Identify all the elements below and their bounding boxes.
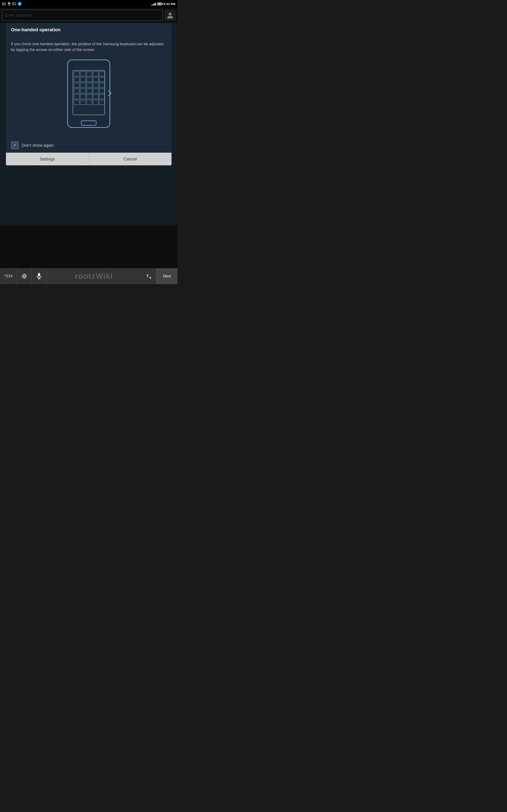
svg-rect-33 bbox=[80, 83, 86, 88]
svg-rect-12 bbox=[9, 3, 10, 4]
svg-rect-50 bbox=[93, 100, 99, 105]
cancel-button[interactable]: Cancel bbox=[89, 153, 172, 165]
svg-rect-43 bbox=[80, 94, 86, 99]
svg-rect-44 bbox=[87, 94, 92, 99]
status-time: 8:43 PM bbox=[163, 2, 175, 6]
svg-rect-48 bbox=[80, 100, 86, 105]
svg-point-9 bbox=[9, 2, 9, 3]
next-button[interactable]: Next bbox=[156, 268, 177, 284]
battery-icon bbox=[157, 3, 162, 5]
svg-rect-51 bbox=[99, 100, 105, 105]
dialog-title-bar: One-handed operation bbox=[6, 23, 172, 36]
dont-show-again-checkbox[interactable]: ✓ bbox=[11, 142, 18, 149]
svg-rect-30 bbox=[93, 77, 99, 82]
status-icons-right: 8:43 PM bbox=[152, 2, 175, 6]
usb-icon bbox=[8, 2, 11, 6]
text-format-button[interactable]: T bbox=[142, 268, 156, 284]
settings-button[interactable]: Settings bbox=[6, 153, 89, 165]
keyboard-bar: ?123 rootzWiki T Next bbox=[0, 268, 177, 284]
keyboard-icon bbox=[2, 2, 6, 5]
svg-text:T: T bbox=[147, 274, 149, 278]
svg-rect-32 bbox=[74, 83, 79, 88]
checkmark-icon: ✓ bbox=[13, 143, 17, 148]
svg-rect-26 bbox=[99, 71, 105, 76]
svg-rect-23 bbox=[80, 71, 86, 76]
svg-rect-3 bbox=[5, 3, 5, 3]
skype-icon: S bbox=[18, 2, 21, 6]
dialog-button-row: Settings Cancel bbox=[6, 152, 172, 165]
svg-point-13 bbox=[9, 5, 9, 6]
dialog-description: If you check one-handed operation, the p… bbox=[11, 41, 166, 53]
svg-rect-34 bbox=[87, 83, 92, 88]
microphone-icon bbox=[37, 273, 42, 280]
svg-rect-42 bbox=[74, 94, 79, 99]
svg-rect-31 bbox=[99, 77, 105, 82]
svg-rect-7 bbox=[3, 5, 5, 5]
svg-text:S: S bbox=[19, 3, 20, 5]
svg-rect-14 bbox=[12, 2, 16, 5]
svg-rect-24 bbox=[87, 71, 92, 76]
svg-rect-25 bbox=[93, 71, 99, 76]
svg-rect-1 bbox=[3, 3, 3, 3]
svg-rect-28 bbox=[80, 77, 86, 82]
watermark-area: rootzWiki bbox=[47, 272, 142, 281]
signal-icon bbox=[152, 2, 156, 5]
svg-rect-2 bbox=[4, 3, 4, 3]
svg-rect-29 bbox=[87, 77, 92, 82]
svg-rect-38 bbox=[80, 89, 86, 93]
gear-icon bbox=[21, 273, 27, 279]
svg-point-52 bbox=[23, 275, 25, 277]
svg-rect-11 bbox=[8, 3, 9, 4]
svg-rect-6 bbox=[5, 4, 5, 4]
svg-rect-4 bbox=[3, 4, 3, 4]
dont-show-again-label: Don't show again bbox=[21, 143, 54, 148]
status-bar: S 8:43 PM bbox=[0, 0, 177, 8]
image-icon bbox=[12, 2, 16, 5]
svg-rect-19 bbox=[68, 60, 110, 128]
svg-rect-35 bbox=[93, 83, 99, 88]
svg-rect-46 bbox=[99, 94, 105, 99]
svg-rect-53 bbox=[38, 273, 40, 276]
dialog-one-handed: One-handed operation If you check one-ha… bbox=[6, 23, 172, 165]
svg-rect-49 bbox=[87, 100, 92, 105]
svg-rect-47 bbox=[74, 100, 79, 105]
svg-rect-41 bbox=[99, 89, 105, 93]
svg-rect-36 bbox=[99, 83, 105, 88]
svg-rect-22 bbox=[74, 71, 79, 76]
dialog-body: If you check one-handed operation, the p… bbox=[6, 36, 172, 138]
dont-show-again-row[interactable]: ✓ Don't show again bbox=[6, 138, 172, 152]
status-icons-left: S bbox=[2, 2, 21, 6]
svg-rect-20 bbox=[81, 121, 96, 125]
text-format-icon: T bbox=[146, 273, 152, 279]
num-keyboard-button[interactable]: ?123 bbox=[0, 268, 17, 284]
dialog-title: One-handed operation bbox=[11, 27, 61, 32]
svg-rect-27 bbox=[74, 77, 79, 82]
phone-illustration bbox=[59, 58, 118, 130]
svg-rect-5 bbox=[4, 4, 4, 4]
watermark-text: rootzWiki bbox=[75, 272, 113, 281]
svg-point-15 bbox=[13, 3, 14, 4]
svg-rect-45 bbox=[93, 94, 99, 99]
svg-rect-39 bbox=[87, 89, 92, 93]
svg-rect-37 bbox=[74, 89, 79, 93]
svg-rect-40 bbox=[93, 89, 99, 93]
microphone-button[interactable] bbox=[32, 268, 47, 284]
settings-keyboard-button[interactable] bbox=[17, 268, 32, 284]
